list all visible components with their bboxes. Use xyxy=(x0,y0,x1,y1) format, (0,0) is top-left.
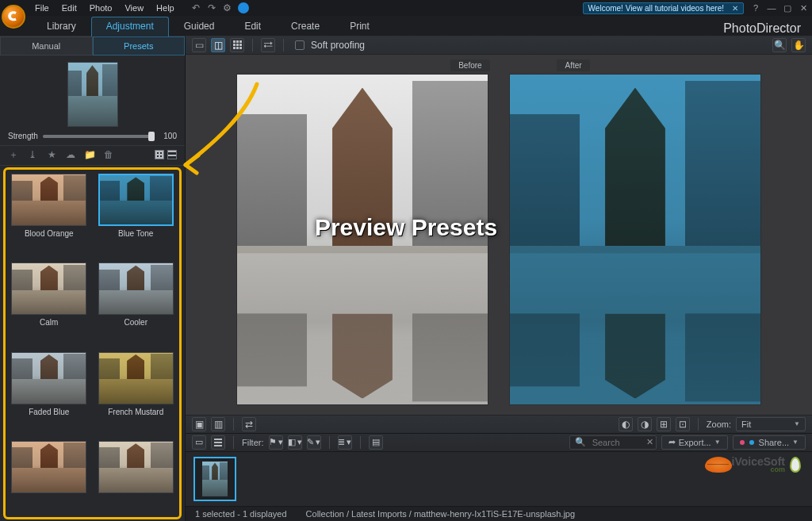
viewer-toolbar: ▭ ◫ ⮂ Soft proofing 🔍 ✋ xyxy=(186,36,812,55)
mirror-view-icon[interactable]: ⮂ xyxy=(261,38,275,52)
pan-tool-icon[interactable]: ✋ xyxy=(791,38,806,52)
zoom-dropdown[interactable]: Fit▼ xyxy=(736,417,806,431)
thumbnail-item[interactable] xyxy=(193,457,236,501)
menu-view[interactable]: View xyxy=(118,2,150,14)
swap-before-after-icon[interactable]: ⇄ xyxy=(242,417,256,431)
module-guided[interactable]: Guided xyxy=(169,17,230,36)
actual-size-icon[interactable]: ▥ xyxy=(211,417,225,431)
preset-label: Faded Blue xyxy=(29,408,69,416)
thumbnail-strip xyxy=(186,451,812,506)
preset-preview xyxy=(67,62,118,127)
menu-photo[interactable]: Photo xyxy=(83,2,119,14)
filter-edited-icon[interactable]: ✎▾ xyxy=(307,435,321,450)
help-icon[interactable]: ? xyxy=(750,3,761,13)
share-button[interactable]: Share... ▼ xyxy=(733,435,806,450)
strength-slider[interactable] xyxy=(43,135,155,138)
welcome-text: Welcome! View all tutorial videos here! xyxy=(588,4,724,13)
sort-icon[interactable]: ≣▾ xyxy=(338,435,352,450)
image-stage: Before After xyxy=(186,55,812,415)
grid-view-icon[interactable] xyxy=(155,150,164,159)
undo-icon[interactable]: ↶ xyxy=(190,2,201,13)
preset-item-7[interactable] xyxy=(97,441,176,513)
share-label: Share... xyxy=(759,438,790,447)
after-label: After xyxy=(557,59,589,71)
viewer-bottom-bar: ▣ ▥ ⇄ ◐ ◑ ⊞ ⊡ Zoom: Fit▼ xyxy=(186,415,812,433)
strength-value: 100 xyxy=(159,132,177,140)
tab-presets[interactable]: Presets xyxy=(93,36,186,56)
folder-icon[interactable]: 📁 xyxy=(84,149,95,160)
export-label: Export... xyxy=(679,438,711,447)
stack-icon[interactable]: ▤ xyxy=(369,435,383,450)
cloud-sync-icon[interactable]: ☁ xyxy=(65,149,76,160)
soft-proofing-checkbox[interactable] xyxy=(295,40,304,50)
single-view-icon[interactable]: ▭ xyxy=(192,38,206,52)
adjustment-panel: Manual Presets Strength 100 ＋ ⤓ ★ ☁ 📁 xyxy=(0,36,186,521)
preset-cooler[interactable]: Cooler xyxy=(97,262,176,343)
tutorial-caption: Preview Presets xyxy=(315,214,497,241)
add-preset-icon[interactable]: ＋ xyxy=(8,149,19,160)
filter-label: Filter: xyxy=(242,438,264,447)
status-path: Collection / Latest Imports / matthew-he… xyxy=(306,509,576,519)
search-field[interactable]: 🔍 ✕ xyxy=(569,435,657,450)
clear-search-icon[interactable]: ✕ xyxy=(646,437,653,447)
preset-blood-orange[interactable]: Blood Orange xyxy=(10,174,89,255)
module-print[interactable]: Print xyxy=(335,17,385,36)
preset-label: French Mustard xyxy=(108,408,163,416)
preset-blue-tone[interactable]: Blue Tone xyxy=(97,174,176,255)
soft-proofing-toggle[interactable]: Soft proofing xyxy=(295,40,365,51)
menu-file[interactable]: File xyxy=(29,2,56,14)
export-button[interactable]: ➦ Export... ▼ xyxy=(661,435,728,450)
strength-label: Strength xyxy=(8,132,38,140)
preset-calm[interactable]: Calm xyxy=(10,262,89,343)
module-create[interactable]: Create xyxy=(276,17,335,36)
app-logo xyxy=(2,5,25,29)
preset-label: Cooler xyxy=(124,318,147,327)
thumb-large-icon[interactable]: ▭ xyxy=(192,435,206,450)
share-dot-pink-icon xyxy=(740,440,745,445)
after-photo[interactable] xyxy=(509,74,761,405)
export-icon: ➦ xyxy=(668,437,676,447)
preset-faded-blue[interactable]: Faded Blue xyxy=(10,352,89,433)
filter-label-icon[interactable]: ◧▾ xyxy=(288,435,302,450)
status-selection: 1 selected - 1 displayed xyxy=(195,509,287,519)
compare-view-icon[interactable]: ◫ xyxy=(211,38,225,52)
close-banner-icon[interactable]: ✕ xyxy=(732,4,738,13)
grid-compare-icon[interactable] xyxy=(230,38,244,52)
fit-screen-icon[interactable]: ▣ xyxy=(192,417,206,431)
favorite-icon[interactable]: ★ xyxy=(46,149,57,160)
menu-edit[interactable]: Edit xyxy=(56,2,83,14)
close-icon[interactable]: ✕ xyxy=(798,3,809,13)
preset-label: Blood Orange xyxy=(25,229,74,238)
preset-item-6[interactable] xyxy=(10,441,89,513)
histogram-icon[interactable]: ◐ xyxy=(619,417,633,431)
clipping-icon[interactable]: ◑ xyxy=(638,417,652,431)
module-library[interactable]: Library xyxy=(32,17,91,36)
module-edit[interactable]: Edit xyxy=(229,17,276,36)
settings-icon[interactable]: ⚙ xyxy=(222,2,233,13)
list-view-icon[interactable] xyxy=(167,150,177,159)
download-preset-icon[interactable]: ⤓ xyxy=(27,149,38,160)
redo-icon[interactable]: ↷ xyxy=(206,2,217,13)
grid-overlay-icon[interactable]: ⊞ xyxy=(657,417,671,431)
browser-filter-bar: ▭ Filter: ⚑▾ ◧▾ ✎▾ ≣▾ ▤ 🔍 ✕ ➦ xyxy=(186,433,812,451)
info-overlay-icon[interactable]: ⊡ xyxy=(676,417,690,431)
brand-label: PhotoDirector xyxy=(723,21,812,36)
menu-help[interactable]: Help xyxy=(150,2,181,14)
zoom-value: Fit xyxy=(741,419,751,429)
cloud-icon[interactable] xyxy=(238,2,249,13)
share-dot-blue-icon xyxy=(749,440,754,445)
soft-proofing-label: Soft proofing xyxy=(311,40,365,51)
tab-manual[interactable]: Manual xyxy=(0,36,93,56)
module-adjustment[interactable]: Adjustment xyxy=(91,17,169,36)
maximize-icon[interactable]: ▢ xyxy=(782,3,793,13)
preset-french-mustard[interactable]: French Mustard xyxy=(97,352,176,433)
zoom-tool-icon[interactable]: 🔍 xyxy=(772,38,787,52)
welcome-banner[interactable]: Welcome! View all tutorial videos here! … xyxy=(583,2,744,14)
minimize-icon[interactable]: — xyxy=(766,3,777,13)
preset-label: Calm xyxy=(40,318,58,327)
delete-icon[interactable]: 🗑 xyxy=(103,149,114,160)
search-input[interactable] xyxy=(591,437,642,448)
preset-grid: Blood OrangeBlue ToneCalmCoolerFaded Blu… xyxy=(6,170,178,516)
thumb-small-icon[interactable] xyxy=(211,435,225,450)
filter-flag-icon[interactable]: ⚑▾ xyxy=(269,435,283,450)
